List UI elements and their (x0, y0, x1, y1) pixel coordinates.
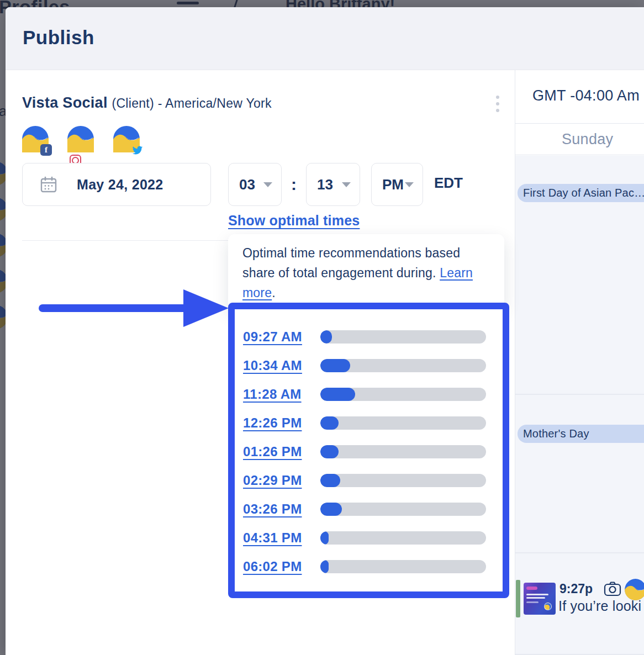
optimal-time-row: 01:26 PM (235, 437, 503, 466)
optimal-time-row: 03:26 PM (235, 495, 503, 524)
optimal-time-row: 04:31 PM (235, 524, 503, 552)
calendar-cell[interactable]: First Day of Asian Pac… (515, 156, 644, 395)
time-colon: : (291, 171, 297, 198)
calendar-timezone-header: GMT -04:00 Am (515, 70, 644, 124)
optimal-time-link[interactable]: 01:26 PM (243, 444, 320, 459)
calendar-cell[interactable]: 9:27p If you’re looki (515, 553, 644, 655)
engagement-bar-track (320, 388, 486, 401)
engagement-bar-fill (320, 474, 340, 487)
timezone-label: EDT (434, 175, 463, 192)
optimal-times-list: 09:27 AM10:34 AM11:28 AM12:26 PM01:26 PM… (235, 323, 503, 581)
optimal-time-link[interactable]: 11:28 AM (243, 387, 320, 402)
optimal-times-tooltip: Optimal time recommendations based share… (228, 234, 504, 310)
optimal-time-link[interactable]: 10:34 AM (243, 358, 320, 373)
calendar-day-header: Sunday (515, 124, 644, 155)
modal-header: Publish (6, 7, 644, 70)
annotation-arrow-icon (183, 289, 229, 327)
annotation-arrow-shaft (39, 304, 188, 312)
optimal-time-link[interactable]: 03:26 PM (243, 501, 320, 517)
profile-group-timezone: (Client) - America/New York (112, 96, 272, 110)
engagement-bar-fill (320, 359, 350, 372)
account-avatar-twitter[interactable] (113, 126, 141, 154)
engagement-bar-track (320, 503, 486, 516)
post-profile-avatar (625, 579, 644, 600)
facebook-badge-icon: f (40, 144, 52, 156)
date-value: May 24, 2022 (77, 177, 163, 193)
tooltip-text: Optimal time recommendations based share… (242, 243, 479, 303)
engagement-bar-fill (320, 445, 339, 458)
meridiem-select[interactable]: PM (371, 163, 423, 206)
engagement-bar-track (320, 531, 486, 545)
engagement-bar-fill (320, 388, 355, 401)
engagement-bar-fill (320, 416, 339, 430)
hour-select[interactable]: 03 (228, 163, 282, 206)
profile-avatar (67, 126, 94, 152)
chevron-down-icon (405, 182, 414, 187)
optimal-time-row: 06:02 PM (235, 552, 503, 581)
optimal-time-link[interactable]: 04:31 PM (243, 530, 320, 546)
profile-group-name: Vista Social (22, 94, 108, 111)
optimal-time-row: 12:26 PM (235, 409, 503, 437)
post-time: 9:27p (559, 582, 593, 596)
calendar-panel: GMT -04:00 Am Sunday First Day of Asian … (515, 70, 644, 655)
optimal-time-link[interactable]: 02:29 PM (243, 473, 320, 488)
engagement-bar-track (320, 474, 486, 487)
engagement-bar-track (320, 560, 486, 573)
optimal-time-link[interactable]: 06:02 PM (243, 559, 320, 574)
chevron-down-icon (263, 182, 272, 187)
post-thumbnail (524, 583, 556, 615)
scheduled-post-card[interactable]: 9:27p If you’re looki (515, 580, 644, 623)
timezone-header-text: GMT -04:00 Am (532, 87, 640, 104)
calendar-icon (40, 176, 57, 193)
engagement-bar-track (320, 416, 486, 430)
engagement-bar-fill (320, 503, 342, 516)
post-status-bar (516, 580, 520, 617)
engagement-bar-fill (320, 531, 329, 545)
date-picker[interactable]: May 24, 2022 (22, 163, 211, 206)
optimal-time-row: 02:29 PM (235, 466, 503, 495)
calendar-event[interactable]: First Day of Asian Pac… (518, 184, 644, 202)
day-header-text: Sunday (562, 131, 613, 148)
account-avatar-facebook[interactable]: f (22, 126, 50, 154)
engagement-bar-fill (320, 330, 332, 344)
engagement-bar-track (320, 445, 486, 458)
engagement-bar-track (320, 359, 486, 372)
camera-icon (604, 581, 621, 596)
account-avatar-instagram[interactable] (67, 126, 95, 154)
kebab-menu-icon[interactable] (493, 96, 503, 118)
optimal-times-panel: 09:27 AM10:34 AM11:28 AM12:26 PM01:26 PM… (228, 303, 509, 598)
profile-group-title: Vista Social (Client) - America/New York (22, 94, 272, 112)
post-snippet: If you’re looki (558, 598, 641, 614)
optimal-time-link[interactable]: 09:27 AM (243, 329, 320, 345)
chevron-down-icon (342, 182, 351, 187)
engagement-bar-fill (320, 560, 329, 573)
meridiem-value: PM (382, 176, 404, 193)
engagement-bar-track (320, 330, 486, 344)
twitter-badge-icon (131, 144, 143, 156)
calendar-event[interactable]: Mother's Day (518, 425, 644, 443)
publish-modal: Publish Vista Social (Client) - America/… (6, 7, 644, 655)
hour-value: 03 (239, 176, 255, 193)
section-divider (22, 240, 232, 241)
optimal-time-row: 10:34 AM (235, 351, 503, 380)
modal-title: Publish (23, 27, 94, 49)
show-optimal-times-link[interactable]: Show optimal times (228, 213, 360, 229)
optimal-time-link[interactable]: 12:26 PM (243, 415, 320, 431)
optimal-time-row: 09:27 AM (235, 323, 503, 351)
calendar-cells: First Day of Asian Pac… Mother's Day 9:2… (515, 156, 644, 655)
calendar-cell[interactable]: Mother's Day (515, 395, 644, 553)
minute-select[interactable]: 13 (306, 163, 360, 206)
optimal-time-row: 11:28 AM (235, 380, 503, 409)
minute-value: 13 (317, 176, 333, 193)
